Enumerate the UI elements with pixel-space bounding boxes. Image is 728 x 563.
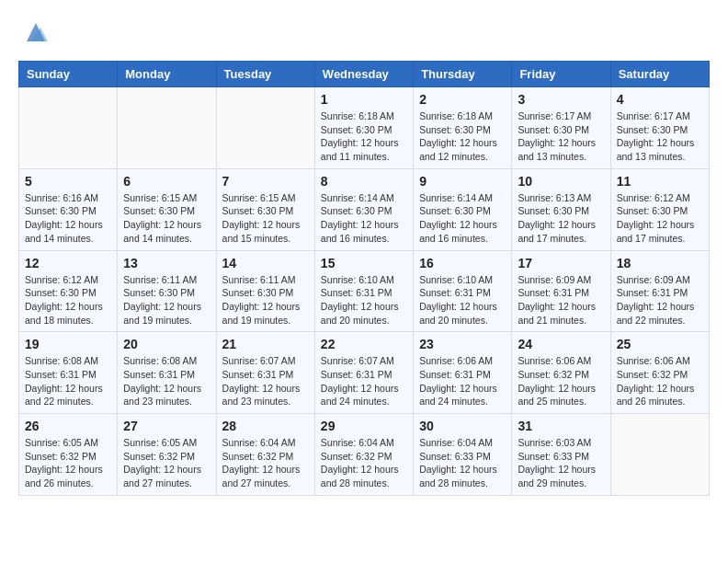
calendar-cell: 1Sunrise: 6:18 AM Sunset: 6:30 PM Daylig… <box>314 87 413 169</box>
day-info: Sunrise: 6:07 AM Sunset: 6:31 PM Dayligh… <box>321 354 407 408</box>
calendar-cell: 14Sunrise: 6:11 AM Sunset: 6:30 PM Dayli… <box>216 250 314 332</box>
calendar-cell: 7Sunrise: 6:15 AM Sunset: 6:30 PM Daylig… <box>216 168 314 250</box>
week-row-5: 26Sunrise: 6:05 AM Sunset: 6:32 PM Dayli… <box>19 414 710 496</box>
day-number: 14 <box>222 256 309 270</box>
calendar-cell: 24Sunrise: 6:06 AM Sunset: 6:32 PM Dayli… <box>512 332 610 414</box>
day-number: 21 <box>222 337 309 351</box>
day-number: 20 <box>123 337 210 351</box>
day-info: Sunrise: 6:18 AM Sunset: 6:30 PM Dayligh… <box>419 109 506 164</box>
day-info: Sunrise: 6:04 AM Sunset: 6:33 PM Dayligh… <box>419 436 506 490</box>
weekday-header-tuesday: Tuesday <box>216 62 314 87</box>
day-info: Sunrise: 6:12 AM Sunset: 6:30 PM Dayligh… <box>25 273 111 327</box>
calendar-cell: 17Sunrise: 6:09 AM Sunset: 6:31 PM Dayli… <box>512 250 610 332</box>
calendar-cell: 30Sunrise: 6:04 AM Sunset: 6:33 PM Dayli… <box>414 414 512 496</box>
calendar-cell: 16Sunrise: 6:10 AM Sunset: 6:31 PM Dayli… <box>414 250 512 332</box>
day-info: Sunrise: 6:09 AM Sunset: 6:31 PM Dayligh… <box>617 273 703 327</box>
day-info: Sunrise: 6:07 AM Sunset: 6:31 PM Dayligh… <box>222 354 309 408</box>
week-row-2: 5Sunrise: 6:16 AM Sunset: 6:30 PM Daylig… <box>19 168 710 250</box>
weekday-header-sunday: Sunday <box>19 62 118 87</box>
calendar-cell: 25Sunrise: 6:06 AM Sunset: 6:32 PM Dayli… <box>610 332 709 414</box>
day-number: 28 <box>222 419 309 433</box>
day-number: 2 <box>419 92 506 107</box>
day-info: Sunrise: 6:14 AM Sunset: 6:30 PM Dayligh… <box>321 191 407 246</box>
day-info: Sunrise: 6:09 AM Sunset: 6:31 PM Dayligh… <box>518 273 604 327</box>
day-info: Sunrise: 6:05 AM Sunset: 6:32 PM Dayligh… <box>25 436 111 490</box>
calendar-cell: 6Sunrise: 6:15 AM Sunset: 6:30 PM Daylig… <box>118 168 216 250</box>
calendar-cell <box>19 87 118 169</box>
calendar-cell: 22Sunrise: 6:07 AM Sunset: 6:31 PM Dayli… <box>314 332 413 414</box>
day-info: Sunrise: 6:05 AM Sunset: 6:32 PM Dayligh… <box>123 436 210 490</box>
day-info: Sunrise: 6:11 AM Sunset: 6:30 PM Dayligh… <box>123 273 210 327</box>
day-info: Sunrise: 6:04 AM Sunset: 6:32 PM Dayligh… <box>222 436 309 490</box>
day-number: 3 <box>518 92 604 107</box>
day-number: 29 <box>321 419 407 433</box>
calendar-cell: 27Sunrise: 6:05 AM Sunset: 6:32 PM Dayli… <box>118 414 216 496</box>
week-row-3: 12Sunrise: 6:12 AM Sunset: 6:30 PM Dayli… <box>19 250 710 332</box>
day-number: 12 <box>25 256 111 270</box>
day-number: 26 <box>25 419 111 433</box>
day-number: 30 <box>419 419 506 433</box>
day-info: Sunrise: 6:03 AM Sunset: 6:33 PM Dayligh… <box>518 436 604 490</box>
day-info: Sunrise: 6:14 AM Sunset: 6:30 PM Dayligh… <box>419 191 506 246</box>
calendar-cell: 13Sunrise: 6:11 AM Sunset: 6:30 PM Dayli… <box>118 250 216 332</box>
day-number: 24 <box>518 337 604 351</box>
weekday-header-wednesday: Wednesday <box>314 62 413 87</box>
calendar-cell: 21Sunrise: 6:07 AM Sunset: 6:31 PM Dayli… <box>216 332 314 414</box>
calendar-cell: 29Sunrise: 6:04 AM Sunset: 6:32 PM Dayli… <box>314 414 413 496</box>
calendar-cell: 4Sunrise: 6:17 AM Sunset: 6:30 PM Daylig… <box>610 87 709 169</box>
calendar-cell: 2Sunrise: 6:18 AM Sunset: 6:30 PM Daylig… <box>414 87 512 169</box>
day-info: Sunrise: 6:16 AM Sunset: 6:30 PM Dayligh… <box>25 191 111 246</box>
day-number: 27 <box>123 419 210 433</box>
day-info: Sunrise: 6:15 AM Sunset: 6:30 PM Dayligh… <box>222 191 309 246</box>
day-number: 25 <box>617 337 703 351</box>
day-number: 31 <box>518 419 604 433</box>
day-number: 13 <box>123 256 210 270</box>
week-row-4: 19Sunrise: 6:08 AM Sunset: 6:31 PM Dayli… <box>19 332 710 414</box>
day-info: Sunrise: 6:15 AM Sunset: 6:30 PM Dayligh… <box>123 191 210 246</box>
day-info: Sunrise: 6:10 AM Sunset: 6:31 PM Dayligh… <box>419 273 506 327</box>
page-header <box>18 18 710 46</box>
day-info: Sunrise: 6:10 AM Sunset: 6:31 PM Dayligh… <box>321 273 407 327</box>
day-info: Sunrise: 6:11 AM Sunset: 6:30 PM Dayligh… <box>222 273 309 327</box>
calendar-cell: 19Sunrise: 6:08 AM Sunset: 6:31 PM Dayli… <box>19 332 118 414</box>
day-number: 5 <box>25 174 111 189</box>
day-info: Sunrise: 6:08 AM Sunset: 6:31 PM Dayligh… <box>123 354 210 408</box>
day-number: 9 <box>419 174 506 189</box>
day-number: 7 <box>222 174 309 189</box>
day-info: Sunrise: 6:06 AM Sunset: 6:32 PM Dayligh… <box>617 354 703 408</box>
calendar-cell: 28Sunrise: 6:04 AM Sunset: 6:32 PM Dayli… <box>216 414 314 496</box>
day-info: Sunrise: 6:04 AM Sunset: 6:32 PM Dayligh… <box>321 436 407 490</box>
day-number: 6 <box>123 174 210 189</box>
day-info: Sunrise: 6:06 AM Sunset: 6:31 PM Dayligh… <box>419 354 506 408</box>
calendar-cell: 3Sunrise: 6:17 AM Sunset: 6:30 PM Daylig… <box>512 87 610 169</box>
calendar-cell: 23Sunrise: 6:06 AM Sunset: 6:31 PM Dayli… <box>414 332 512 414</box>
day-number: 8 <box>321 174 407 189</box>
calendar-cell <box>216 87 314 169</box>
day-info: Sunrise: 6:18 AM Sunset: 6:30 PM Dayligh… <box>321 109 407 164</box>
calendar-cell: 11Sunrise: 6:12 AM Sunset: 6:30 PM Dayli… <box>610 168 709 250</box>
day-number: 15 <box>321 256 407 270</box>
day-info: Sunrise: 6:06 AM Sunset: 6:32 PM Dayligh… <box>518 354 604 408</box>
calendar-cell: 8Sunrise: 6:14 AM Sunset: 6:30 PM Daylig… <box>314 168 413 250</box>
weekday-header-row: SundayMondayTuesdayWednesdayThursdayFrid… <box>19 62 710 87</box>
day-number: 19 <box>25 337 111 351</box>
weekday-header-thursday: Thursday <box>414 62 512 87</box>
day-number: 11 <box>617 174 703 189</box>
calendar-cell: 18Sunrise: 6:09 AM Sunset: 6:31 PM Dayli… <box>610 250 709 332</box>
calendar-cell: 10Sunrise: 6:13 AM Sunset: 6:30 PM Dayli… <box>512 168 610 250</box>
day-number: 1 <box>321 92 407 107</box>
calendar-cell <box>118 87 216 169</box>
weekday-header-monday: Monday <box>118 62 216 87</box>
day-info: Sunrise: 6:12 AM Sunset: 6:30 PM Dayligh… <box>617 191 703 246</box>
calendar-cell: 20Sunrise: 6:08 AM Sunset: 6:31 PM Dayli… <box>118 332 216 414</box>
day-number: 10 <box>518 174 604 189</box>
calendar-cell <box>610 414 709 496</box>
day-number: 18 <box>617 256 703 270</box>
day-info: Sunrise: 6:13 AM Sunset: 6:30 PM Dayligh… <box>518 191 604 246</box>
calendar-cell: 15Sunrise: 6:10 AM Sunset: 6:31 PM Dayli… <box>314 250 413 332</box>
day-number: 16 <box>419 256 506 270</box>
weekday-header-saturday: Saturday <box>610 62 709 87</box>
logo-icon <box>22 18 50 46</box>
logo <box>18 18 50 46</box>
calendar-cell: 5Sunrise: 6:16 AM Sunset: 6:30 PM Daylig… <box>19 168 118 250</box>
